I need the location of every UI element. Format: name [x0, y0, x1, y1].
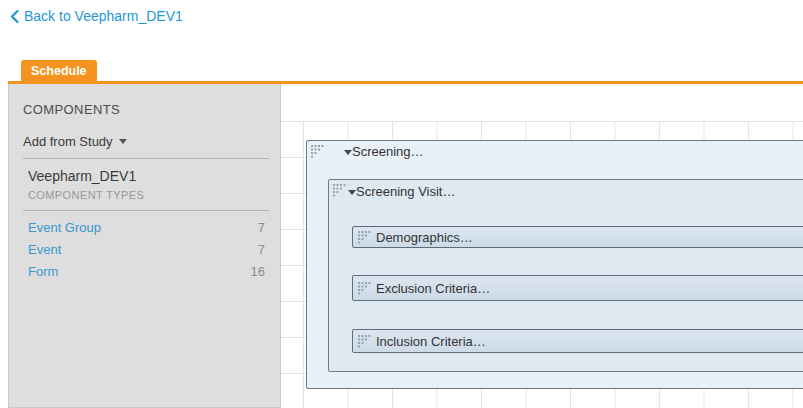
- drag-handle-icon[interactable]: [358, 282, 371, 295]
- drag-handle-icon[interactable]: [358, 231, 371, 244]
- drag-handle-icon[interactable]: [333, 184, 346, 197]
- form-label: Exclusion Criteria…: [376, 281, 490, 296]
- component-type-row-event-group[interactable]: Event Group 7: [23, 216, 269, 238]
- component-type-row-form[interactable]: Form 16: [23, 260, 269, 282]
- add-from-study-label: Add from Study: [23, 134, 113, 149]
- event-link[interactable]: Event: [28, 242, 61, 257]
- form-link[interactable]: Form: [28, 264, 58, 279]
- component-types-label: COMPONENT TYPES: [23, 189, 269, 201]
- event-group-label: Screening…: [352, 144, 424, 159]
- form-box-inclusion-criteria[interactable]: Inclusion Criteria…: [352, 329, 803, 353]
- drag-handle-icon[interactable]: [358, 335, 371, 348]
- component-type-row-event[interactable]: Event 7: [23, 238, 269, 260]
- form-count: 16: [251, 264, 265, 279]
- event-box-screening-visit[interactable]: Screening Visit… Demographics…: [328, 179, 803, 372]
- components-panel-title: COMPONENTS: [23, 102, 269, 117]
- tab-schedule-label: Schedule: [31, 64, 87, 78]
- add-from-study-button[interactable]: Add from Study: [23, 134, 269, 149]
- sidebar-divider: [23, 158, 269, 159]
- event-count: 7: [258, 242, 265, 257]
- back-chevron-icon: [10, 10, 19, 23]
- study-name: Veepharm_DEV1: [23, 168, 269, 184]
- components-panel: COMPONENTS Add from Study Veepharm_DEV1 …: [8, 84, 281, 408]
- event-group-box-screening[interactable]: Screening… Screening Visit…: [306, 140, 803, 389]
- tab-schedule[interactable]: Schedule: [21, 60, 97, 81]
- event-group-count: 7: [258, 220, 265, 235]
- sidebar-divider: [23, 210, 269, 211]
- event-group-link[interactable]: Event Group: [28, 220, 101, 235]
- component-type-list: Event Group 7 Event 7 Form 16: [23, 216, 269, 282]
- drag-handle-icon[interactable]: [311, 145, 324, 158]
- back-link-label: Back to Veepharm_DEV1: [24, 8, 183, 24]
- form-box-demographics[interactable]: Demographics…: [352, 226, 803, 248]
- back-link[interactable]: Back to Veepharm_DEV1: [10, 8, 183, 24]
- form-label: Inclusion Criteria…: [376, 334, 486, 349]
- event-label: Screening Visit…: [356, 184, 455, 199]
- dropdown-caret-icon: [119, 139, 127, 144]
- collapse-caret-icon[interactable]: [344, 150, 352, 155]
- schedule-canvas[interactable]: Screening… Screening Visit…: [281, 84, 803, 408]
- form-box-exclusion-criteria[interactable]: Exclusion Criteria…: [352, 275, 803, 301]
- form-label: Demographics…: [376, 230, 473, 245]
- collapse-caret-icon[interactable]: [348, 190, 356, 195]
